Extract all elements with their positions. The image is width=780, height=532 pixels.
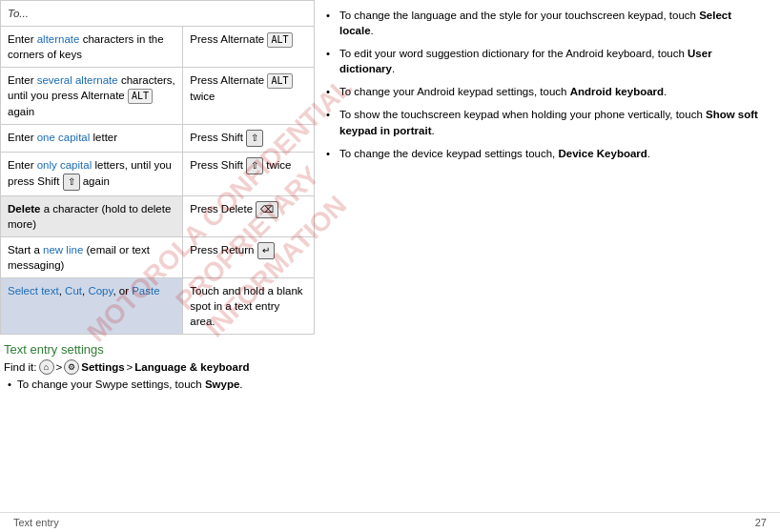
settings-title: Text entry settings [4,342,309,357]
swype-label: Swype [205,379,239,390]
table-action-cell: Enter only capital letters, until you pr… [1,153,183,195]
table-key-cell-delete: Press Delete ⌫ [183,195,315,236]
table-header-row: To... [1,1,315,27]
key-table: To... Enter alternate characters in the … [0,0,315,335]
alt-badge2: ALT [128,89,153,104]
table-row-delete: Delete a character (hold to delete more)… [1,195,315,236]
highlight-cut: Cut [65,285,82,297]
table-row: Start a new line (email or text messagin… [1,236,315,277]
table-action-cell-delete: Delete a character (hold to delete more) [1,195,183,236]
find-it-line: Find it: ⌂ > ⚙ Settings > Language & key… [4,359,309,375]
table-key-cell: Press Shift ⇧ [183,125,315,153]
table-key-cell: Press Return ↵ [183,236,315,277]
settings-icon: ⚙ [64,359,79,375]
shift-icon2: ⇧ [63,174,80,191]
highlight-several-alternate: several alternate [37,74,118,86]
table-row: Enter only capital letters, until you pr… [1,153,315,195]
find-it-gt2: > [127,361,133,373]
page-number: 27 [755,517,767,528]
return-icon: ↵ [257,242,275,259]
highlight-paste: Paste [132,285,159,297]
list-item: To change the language and the style for… [326,8,767,38]
show-soft-keypad-label: Show soft keypad in portrait [339,109,758,135]
highlight-one-capital: one capital [37,132,91,143]
android-keyboard-label: Android keyboard [570,86,664,97]
device-keyboard-label: Device Keyboard [559,148,647,159]
alt-badge3: ALT [267,73,292,89]
keyboard-label: Language & keyboard [134,361,249,373]
settings-label: Settings [81,361,124,373]
highlight-alternate: alternate [37,33,80,45]
table-row: Enter one capital letter Press Shift ⇧ [1,125,315,153]
list-item: To change the device keypad settings tou… [326,146,767,161]
table-action-cell: Enter several alternate characters, unti… [1,68,183,125]
swype-bullet-text: To change your Swype settings, touch [17,379,202,390]
user-dictionary-label: User dictionary [339,48,712,74]
shift-icon: ⇧ [246,130,263,147]
table-action-cell: Enter one capital letter [1,125,183,153]
swype-bullet: To change your Swype settings, touch Swy… [17,379,309,390]
table-action-cell: Enter alternate characters in the corner… [1,27,183,68]
list-item: To edit your word suggestion dictionary … [326,46,767,76]
find-it-label: Find it: [4,361,37,373]
table-action-cell: Start a new line (email or text messagin… [1,236,183,277]
right-list: To change the language and the style for… [326,8,767,161]
table-row: Enter alternate characters in the corner… [1,27,315,68]
highlight-only-capital: only capital [37,159,92,171]
list-item: To show the touchscreen keypad when hold… [326,107,767,137]
find-it-arrow: > [56,361,63,373]
delete-icon: ⌫ [256,201,278,218]
shift-icon3: ⇧ [246,157,263,174]
home-icon: ⌂ [39,359,54,375]
table-header-cell: To... [1,1,315,27]
table-row: Enter several alternate characters, unti… [1,68,315,125]
highlight-new-line: new line [43,244,83,256]
footer: Text entry 27 [0,512,780,532]
page-container: To... Enter alternate characters in the … [0,0,780,532]
table-key-cell: Press Alternate ALT twice [183,68,315,125]
right-column: To change the language and the style for… [315,0,780,532]
alt-badge: ALT [267,32,292,48]
table-action-cell-select: Select text, Cut, Copy, or Paste [1,277,183,334]
table-key-cell-select: Touch and hold a blank spot in a text en… [183,277,315,334]
footer-label: Text entry [13,517,59,528]
list-item: To change your Android keypad settings, … [326,84,767,99]
highlight-copy: Copy [88,285,113,297]
left-column: To... Enter alternate characters in the … [0,0,315,532]
delete-word: Delete [8,203,41,215]
table-key-cell: Press Shift ⇧ twice [183,153,315,195]
table-row-select: Select text, Cut, Copy, or Paste Touch a… [1,277,315,334]
table-key-cell: Press Alternate ALT [183,27,315,68]
bottom-section: Text entry settings Find it: ⌂ > ⚙ Setti… [0,335,315,396]
highlight-select: Select text [8,285,59,297]
select-locale-label: Select locale [339,10,731,36]
